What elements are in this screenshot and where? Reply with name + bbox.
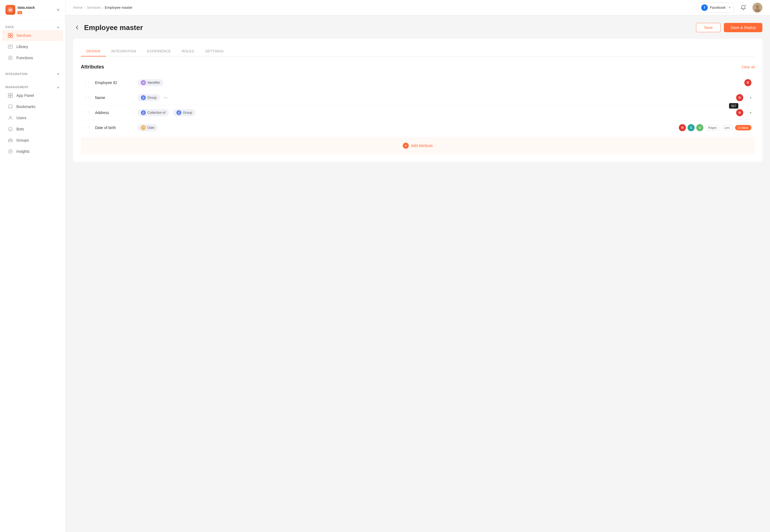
type-icon	[141, 125, 146, 130]
sidebar-item-groups-label: Groups	[16, 138, 29, 142]
svg-point-24	[143, 82, 144, 83]
functions-icon	[8, 55, 13, 61]
add-attribute-button[interactable]: + Add Attribute	[403, 143, 433, 149]
attribute-badges: R C U Regex Len. D.Value	[679, 124, 751, 131]
library-icon	[8, 44, 13, 49]
sidebar-item-groups[interactable]: Groups	[2, 135, 63, 146]
constraint-len[interactable]: Len.	[721, 125, 733, 130]
main-card: DESIGN INTEGRATION EXPERIENCE ROLES SETT…	[73, 39, 762, 162]
notifications-button[interactable]	[738, 3, 748, 13]
svg-rect-10	[8, 96, 10, 98]
expand-button[interactable]: ▾	[750, 111, 751, 115]
svg-rect-11	[11, 96, 13, 98]
svg-point-14	[10, 129, 10, 129]
expand-button[interactable]: ▾	[750, 96, 751, 100]
topbar-right: f Facebook ▾	[698, 2, 762, 13]
svg-rect-25	[142, 127, 145, 129]
sidebar-item-app-panel[interactable]: App Panel	[2, 90, 63, 101]
tab-settings[interactable]: SETTINGS	[200, 46, 229, 56]
back-button[interactable]	[73, 24, 81, 31]
sidebar-item-functions-label: Functions	[16, 56, 33, 60]
chevron-down-icon: ▾	[729, 6, 730, 9]
tab-design[interactable]: DESIGN	[81, 46, 106, 56]
type-icon	[141, 80, 146, 85]
drag-handle[interactable]: ⋮⋮	[84, 96, 91, 100]
breadcrumb: Home / Services / Employee master	[73, 5, 132, 10]
save-deploy-button[interactable]: Save & Deploy	[724, 23, 762, 32]
svg-point-22	[755, 8, 760, 12]
sidebar-section-management-header[interactable]: MANAGEMENT ▲	[0, 83, 65, 90]
attribute-type: {} Collection of {} Group	[137, 109, 732, 116]
type-icon: {}	[141, 110, 146, 115]
svg-rect-4	[8, 36, 10, 38]
drag-handle[interactable]: ⋮⋮	[84, 81, 91, 85]
subtype-badge: {} Group	[173, 109, 195, 116]
add-attribute-row[interactable]: + Add Attribute	[81, 137, 755, 154]
sidebar-item-bots-label: Bots	[16, 127, 24, 131]
sidebar-section-data-header[interactable]: DATA ▲	[0, 23, 65, 30]
sidebar-item-app-panel-label: App Panel	[16, 93, 34, 98]
svg-point-7	[8, 56, 12, 60]
sidebar-item-insights-label: Insights	[16, 149, 29, 154]
sidebar-item-library[interactable]: Library	[2, 41, 63, 52]
sidebar-section-integration-header[interactable]: INTEGRATION ▼	[0, 70, 65, 77]
groups-icon	[8, 138, 13, 143]
tab-roles[interactable]: ROLES	[176, 46, 200, 56]
drag-handle[interactable]: ⋮⋮	[84, 111, 91, 115]
attribute-badges: R	[736, 94, 743, 101]
tabs: DESIGN INTEGRATION EXPERIENCE ROLES SETT…	[81, 46, 755, 56]
page-title-area: Employee master	[73, 23, 143, 32]
user-avatar[interactable]	[753, 3, 762, 13]
logo: ds data.stack au	[5, 5, 35, 15]
clear-all-button[interactable]: Clear all	[742, 65, 755, 69]
facebook-icon: f	[701, 4, 708, 11]
sidebar-item-users[interactable]: Users	[2, 112, 63, 123]
sidebar-section-data: DATA ▲ Services Library	[0, 20, 65, 67]
close-sidebar-button[interactable]: ✕	[56, 7, 60, 13]
type-badge: {} Collection of	[137, 109, 169, 116]
svg-point-12	[10, 116, 11, 118]
sidebar-item-insights[interactable]: Insights	[2, 146, 63, 157]
sidebar-item-services-label: Services	[16, 33, 31, 38]
sidebar-logo-area: ds data.stack au ✕	[0, 0, 65, 20]
sidebar-item-bookmarks[interactable]: Bookmarks	[2, 101, 63, 112]
tab-experience[interactable]: EXPERIENCE	[142, 46, 176, 56]
sidebar-item-bots[interactable]: Bots	[2, 124, 63, 135]
page-content: Employee master Save Save & Deploy DESIG…	[65, 15, 770, 532]
attributes-table: ⋮⋮ Employee ID Identifier	[81, 75, 755, 135]
svg-point-18	[11, 139, 13, 141]
attributes-title: Attributes	[81, 64, 104, 70]
table-row: ⋮⋮ Address {} Collection of {}	[81, 105, 755, 120]
app-panel-icon	[8, 93, 13, 98]
save-button[interactable]: Save	[696, 23, 721, 32]
sidebar-item-services[interactable]: Services	[2, 30, 63, 41]
type-badge: Date	[137, 124, 157, 131]
tab-integration[interactable]: INTEGRATION	[106, 46, 142, 56]
role-badge-r: R	[679, 124, 686, 131]
tooltip: 567	[729, 103, 738, 109]
sidebar-item-functions[interactable]: Functions	[2, 52, 63, 63]
constraint-regex[interactable]: Regex	[705, 125, 720, 130]
attribute-type: Identifier	[137, 79, 740, 86]
breadcrumb-current: Employee master	[105, 5, 132, 10]
page-header: Employee master Save Save & Deploy	[73, 23, 762, 32]
sidebar-item-library-label: Library	[16, 44, 28, 49]
svg-point-13	[8, 127, 12, 131]
subtype-arrow-icon: ⤳	[163, 95, 167, 100]
facebook-selector[interactable]: f Facebook ▾	[698, 2, 734, 13]
attribute-badges: R	[744, 79, 751, 86]
attribute-name: Date of birth	[95, 125, 133, 130]
svg-rect-5	[11, 36, 13, 38]
page-title: Employee master	[84, 23, 143, 32]
breadcrumb-services[interactable]: Services	[87, 5, 100, 10]
constraint-dvalue[interactable]: D.Value	[735, 125, 751, 130]
add-attribute-label: Add Attribute	[411, 144, 433, 148]
bots-icon	[8, 126, 13, 132]
drag-handle[interactable]: ⋮⋮	[84, 126, 91, 130]
svg-point-15	[11, 129, 11, 129]
svg-rect-2	[8, 33, 10, 35]
attribute-type: {} Group ⤳	[137, 94, 732, 101]
breadcrumb-home[interactable]: Home	[73, 5, 83, 10]
type-icon: {}	[141, 95, 146, 100]
table-row: ⋮⋮ Date of birth Date	[81, 120, 755, 135]
